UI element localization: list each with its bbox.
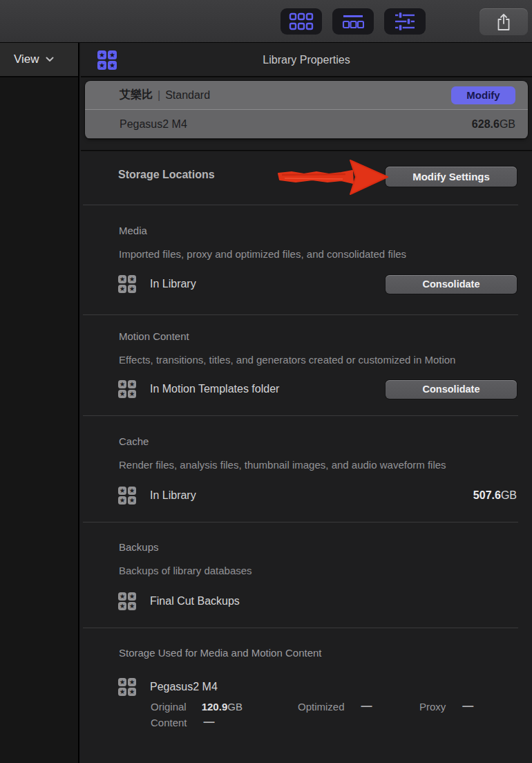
drive-size: 628.6GB (472, 118, 515, 131)
storage-used-drive-row: ★★★★ Pegasus2 M4 (118, 677, 517, 697)
library-icon: ★★★★ (118, 592, 136, 610)
library-icon: ★★★★ (118, 275, 136, 293)
drive-name: Pegasus2 M4 (120, 118, 187, 131)
library-icon: ★★★★ (118, 487, 136, 505)
grid-view-button[interactable] (281, 8, 322, 35)
divider (83, 415, 518, 416)
motion-section-description: Effects, transitions, titles, and genera… (119, 353, 455, 367)
stat-proxy: Proxy — (419, 699, 473, 713)
divider (83, 628, 518, 628)
stat-proxy-value: — (462, 700, 473, 713)
backups-location-row: ★★★★ Final Cut Backups (118, 591, 517, 612)
name-separator: | (158, 89, 160, 102)
panel-title: Library Properties (81, 43, 532, 77)
library-properties-panel: ★★★★ Library Properties 艾樂比 | Standard M… (81, 43, 532, 763)
backups-location-value: Final Cut Backups (150, 595, 240, 607)
cache-location-value: In Library (150, 489, 196, 502)
library-name-row[interactable]: 艾樂比 | Standard Modify (85, 81, 528, 110)
backups-section-title: Backups (119, 540, 159, 554)
library-card: 艾樂比 | Standard Modify Pegasus2 M4 628.6G… (85, 81, 528, 139)
stat-content-label: Content (151, 717, 187, 728)
motion-location-row: ★★★★ In Motion Templates folder Consolid… (118, 379, 517, 399)
media-location-value: In Library (150, 278, 196, 290)
share-button[interactable] (479, 8, 528, 35)
media-section-description: Imported files, proxy and optimized file… (119, 247, 406, 261)
storage-used-title: Storage Used for Media and Motion Conten… (119, 646, 322, 660)
red-arrow-annotation (276, 156, 391, 200)
top-toolbar (0, 0, 532, 43)
divider (83, 205, 518, 205)
sidebar: View (0, 43, 79, 763)
cache-size: 507.6GB (473, 489, 517, 502)
filmstrip-view-button[interactable] (332, 8, 374, 35)
library-type: Standard (165, 89, 210, 102)
stat-content-value: — (204, 716, 215, 728)
stat-original-value: 120.9GB (202, 701, 243, 713)
filmstrip-view-icon (342, 14, 364, 30)
grid-view-icon (289, 12, 314, 31)
chevron-down-icon (46, 57, 54, 62)
cache-location-row: ★★★★ In Library 507.6GB (118, 485, 517, 506)
sliders-icon (394, 12, 416, 31)
library-icon: ★★★★ (118, 678, 136, 696)
modify-settings-button[interactable]: Modify Settings (386, 167, 517, 187)
panel-header: ★★★★ Library Properties (81, 43, 532, 77)
stat-proxy-label: Proxy (419, 701, 446, 713)
motion-location-value: In Motion Templates folder (150, 383, 279, 395)
stat-original: Original 120.9GB (151, 699, 243, 713)
storage-locations-title: Storage Locations (118, 169, 215, 181)
stat-content: Content — (151, 715, 215, 729)
stat-optimized: Optimized — (298, 699, 372, 713)
library-properties-window: View ★★★★ Library Properties 艾樂比 | Stand… (0, 0, 532, 763)
storage-used-drive-name: Pegasus2 M4 (150, 681, 218, 693)
inspector-view-button[interactable] (384, 8, 426, 35)
stat-optimized-value: — (361, 700, 372, 713)
view-dropdown[interactable]: View (0, 43, 78, 77)
library-drive-row[interactable]: Pegasus2 M4 628.6GB (85, 110, 528, 138)
motion-section-title: Motion Content (119, 330, 189, 343)
media-location-row: ★★★★ In Library Consolidate (118, 274, 517, 294)
cache-section-description: Render files, analysis files, thumbnail … (119, 458, 446, 472)
backups-section-description: Backups of library databases (119, 564, 252, 578)
modify-button[interactable]: Modify (451, 86, 515, 104)
view-mode-buttons (281, 8, 426, 35)
library-name: 艾樂比 (120, 88, 153, 102)
consolidate-motion-button[interactable]: Consolidate (386, 380, 517, 399)
divider (83, 314, 518, 315)
view-dropdown-label: View (14, 53, 39, 66)
divider (83, 522, 518, 522)
section-groove (81, 150, 532, 151)
share-icon (496, 13, 511, 31)
stat-original-label: Original (151, 701, 187, 713)
consolidate-media-button[interactable]: Consolidate (386, 275, 517, 294)
library-icon: ★★★★ (118, 380, 136, 398)
media-section-title: Media (119, 224, 147, 238)
cache-section-title: Cache (119, 435, 149, 449)
stat-optimized-label: Optimized (298, 701, 345, 713)
